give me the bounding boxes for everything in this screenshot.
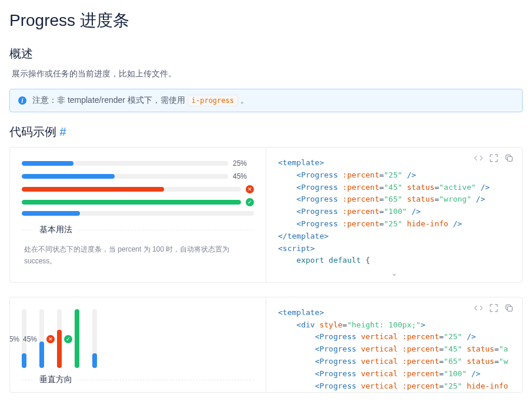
- info-icon: i: [18, 96, 26, 105]
- progress-bar: ✕: [22, 185, 254, 193]
- progress-bar-vertical: ✕: [57, 309, 62, 368]
- notice-code: i-progress: [188, 95, 238, 106]
- progress-label: 45%: [233, 172, 254, 180]
- examples-heading-text: 代码示例: [9, 125, 56, 138]
- expand-icon[interactable]: [489, 303, 498, 313]
- notice-text: 注意：非 template/render 模式下，需使用 i-progress …: [32, 95, 249, 106]
- progress-bar-vertical: 45%: [39, 309, 44, 368]
- progress-bar: ✓: [22, 198, 254, 206]
- example-vertical: 25%45%✕✓ 垂直方向 <template> <div style="hei…: [9, 297, 523, 393]
- code-icon[interactable]: [474, 153, 483, 163]
- progress-bar-vertical: [92, 309, 97, 368]
- notice-alert: i 注意：非 template/render 模式下，需使用 i-progres…: [9, 89, 523, 112]
- progress-bar-vertical: ✓: [75, 309, 79, 368]
- example-title: 基本用法: [34, 225, 78, 235]
- svg-rect-0: [507, 156, 512, 161]
- anchor-link[interactable]: #: [60, 125, 66, 138]
- example-code: <template> <div style="height: 100px;"> …: [266, 297, 522, 393]
- copy-icon[interactable]: [504, 153, 514, 163]
- progress-bar: 45%: [22, 172, 254, 180]
- demo-meta: 基本用法 处在不同状态下的进度条，当 percent 为 100 时，自动将状态…: [22, 230, 254, 270]
- notice-text-b: 。: [240, 95, 249, 105]
- chevron-down-icon[interactable]: ⌄: [278, 267, 510, 282]
- page-title: Progress 进度条: [9, 9, 523, 32]
- notice-text-a: 注意：非 template/render 模式下，需使用: [32, 95, 185, 105]
- example-title: 垂直方向: [34, 374, 78, 385]
- example-basic: 25%45%✕✓ 基本用法 处在不同状态下的进度条，当 percent 为 10…: [9, 147, 523, 283]
- example-demo: 25%45%✕✓ 基本用法 处在不同状态下的进度条，当 percent 为 10…: [10, 148, 266, 282]
- close-circle-icon: ✕: [246, 185, 254, 193]
- example-desc: 处在不同状态下的进度条，当 percent 为 100 时，自动将状态置为 su…: [22, 235, 254, 270]
- example-demo: 25%45%✕✓ 垂直方向: [10, 297, 266, 393]
- code-block: <template> <Progress :percent="25" /> <P…: [278, 157, 510, 267]
- overview-heading: 概述: [9, 46, 523, 62]
- check-circle-icon: ✓: [64, 335, 72, 343]
- check-circle-icon: ✓: [246, 198, 254, 206]
- close-circle-icon: ✕: [46, 335, 55, 343]
- progress-list: 25%45%✕✓: [22, 159, 254, 216]
- overview-text: 展示操作或任务的当前进度，比如上传文件。: [12, 69, 523, 79]
- progress-label: 45%: [23, 335, 37, 343]
- code-block: <template> <div style="height: 100px;"> …: [278, 307, 510, 393]
- vertical-progress-list: 25%45%✕✓: [22, 309, 254, 368]
- progress-bar: 25%: [22, 159, 254, 168]
- examples-heading: 代码示例 #: [9, 124, 523, 140]
- progress-label: 25%: [9, 335, 19, 343]
- progress-label: 25%: [233, 159, 254, 168]
- copy-icon[interactable]: [504, 303, 514, 313]
- demo-meta: 垂直方向: [22, 380, 254, 385]
- code-icon[interactable]: [474, 303, 483, 313]
- svg-rect-1: [507, 306, 512, 311]
- expand-icon[interactable]: [489, 153, 498, 163]
- example-code: <template> <Progress :percent="25" /> <P…: [266, 148, 522, 282]
- progress-bar: [22, 211, 254, 216]
